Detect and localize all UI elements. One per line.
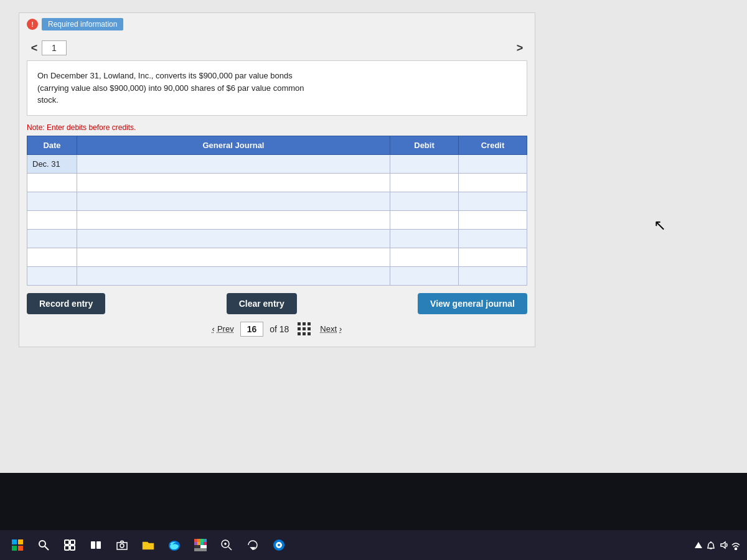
svg-rect-21 (204, 542, 207, 545)
start-button[interactable] (6, 534, 29, 556)
required-info-label: Required information (42, 18, 123, 30)
date-cell: Dec. 31 (27, 154, 77, 173)
col-header-debit: Debit (390, 136, 459, 154)
date-cell (27, 248, 77, 266)
folder-button[interactable] (137, 534, 159, 556)
svg-rect-24 (194, 548, 207, 551)
journal-cell[interactable] (77, 248, 390, 266)
svg-rect-11 (96, 541, 101, 549)
svg-rect-10 (91, 541, 95, 549)
problem-line2: (carrying value also $900,000) into 90,0… (37, 83, 304, 93)
table-row (27, 248, 527, 266)
grid-icon (298, 322, 311, 336)
next-button[interactable]: Next › (320, 324, 342, 334)
svg-point-12 (120, 544, 124, 548)
date-cell (27, 229, 77, 248)
prev-label: Prev (217, 324, 234, 334)
current-page-box: 16 (240, 322, 264, 337)
nav-right-button[interactable]: > (512, 40, 527, 55)
svg-point-32 (735, 548, 737, 550)
journal-cell[interactable] (77, 173, 390, 192)
main-panel: ! Required information < 1 > On December… (19, 12, 535, 347)
svg-rect-16 (200, 539, 204, 542)
prev-chevron-icon: ‹ (212, 324, 215, 334)
camera-button[interactable] (111, 534, 133, 556)
sync-button[interactable] (242, 534, 264, 556)
required-info-header: ! Required information (19, 13, 535, 35)
of-label: of 18 (270, 324, 289, 334)
debit-cell[interactable] (390, 192, 459, 210)
svg-rect-1 (18, 539, 23, 544)
debit-cell[interactable] (390, 229, 459, 248)
debit-cell[interactable] (390, 248, 459, 266)
col-header-general-journal: General Journal (77, 136, 390, 154)
journal-cell[interactable] (77, 154, 390, 173)
nav-left-button[interactable]: < (27, 40, 42, 55)
search-taskbar-button[interactable] (32, 534, 55, 556)
table-row (27, 192, 527, 210)
page-number-box: 1 (42, 40, 67, 55)
journal-cell[interactable] (77, 229, 390, 248)
nav-section: < 1 > (19, 35, 535, 60)
svg-marker-30 (695, 542, 702, 548)
journal-table: Date General Journal Debit Credit Dec. 3… (27, 136, 527, 286)
next-chevron-icon: › (339, 324, 342, 334)
date-cell (27, 192, 77, 210)
view-general-journal-button[interactable]: View general journal (418, 293, 527, 314)
cortana-button[interactable] (268, 534, 290, 556)
svg-point-4 (39, 541, 45, 547)
notification-icon (706, 540, 716, 550)
svg-rect-17 (204, 539, 207, 542)
note-text: Note: Enter debits before credits. (27, 123, 527, 132)
credit-cell[interactable] (459, 210, 527, 229)
svg-line-26 (228, 547, 232, 550)
edge-button[interactable] (163, 534, 186, 556)
bottom-dark-area (0, 473, 747, 530)
debit-cell[interactable] (390, 210, 459, 229)
svg-rect-22 (194, 545, 200, 548)
table-row: Dec. 31 (27, 154, 527, 173)
clear-entry-button[interactable]: Clear entry (227, 293, 297, 314)
record-entry-button[interactable]: Record entry (27, 293, 105, 314)
credit-cell[interactable] (459, 248, 527, 266)
svg-rect-7 (70, 540, 75, 544)
journal-cell[interactable] (77, 266, 390, 285)
debit-cell[interactable] (390, 154, 459, 173)
debit-cell[interactable] (390, 173, 459, 192)
wifi-icon (731, 540, 741, 550)
svg-rect-2 (12, 546, 17, 551)
sound-icon (718, 540, 728, 550)
svg-rect-9 (70, 546, 75, 550)
svg-rect-8 (65, 546, 69, 550)
date-cell (27, 266, 77, 285)
col-header-credit: Credit (459, 136, 527, 154)
taskbar-right (693, 540, 741, 550)
problem-text-box: On December 31, Lowland, Inc., converts … (27, 60, 527, 116)
journal-cell[interactable] (77, 210, 390, 229)
colorpicker-button[interactable] (189, 534, 212, 556)
credit-cell[interactable] (459, 192, 527, 210)
pagination-row: ‹ Prev 16 of 18 Next › (19, 322, 535, 337)
prev-button[interactable]: ‹ Prev (212, 324, 234, 334)
svg-rect-15 (197, 539, 200, 542)
credit-cell[interactable] (459, 173, 527, 192)
split-button[interactable] (85, 534, 107, 556)
problem-line3: stock. (37, 95, 59, 105)
up-arrow-icon (693, 540, 703, 550)
info-icon: ! (27, 19, 38, 30)
next-label: Next (320, 324, 337, 334)
taskview-button[interactable] (59, 534, 81, 556)
zoom-button[interactable] (215, 534, 238, 556)
svg-rect-14 (194, 539, 197, 542)
credit-cell[interactable] (459, 229, 527, 248)
table-row (27, 173, 527, 192)
svg-point-29 (278, 544, 280, 546)
credit-cell[interactable] (459, 154, 527, 173)
svg-rect-18 (194, 542, 197, 545)
svg-rect-6 (65, 540, 69, 544)
col-header-date: Date (27, 136, 77, 154)
debit-cell[interactable] (390, 266, 459, 285)
credit-cell[interactable] (459, 266, 527, 285)
taskbar (0, 530, 747, 560)
journal-cell[interactable] (77, 192, 390, 210)
